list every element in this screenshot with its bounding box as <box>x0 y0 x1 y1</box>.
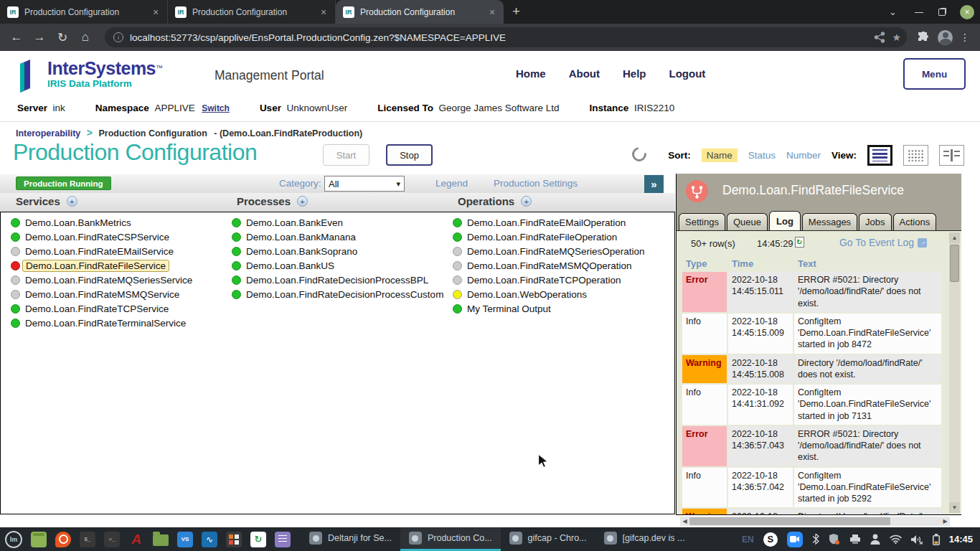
tab-actions[interactable]: Actions <box>893 213 937 230</box>
browser-menu-icon[interactable]: ⋮ <box>957 32 973 43</box>
log-row[interactable]: Info2022-10-18 14:41:31.092ConfigItem 'D… <box>682 385 941 425</box>
forward-icon[interactable]: → <box>30 28 49 47</box>
add-operation-button[interactable]: + <box>521 196 532 207</box>
profile-avatar[interactable] <box>938 30 953 45</box>
horizontal-scrollbar[interactable]: ◀ ▶ <box>680 517 950 526</box>
scroll-down-icon[interactable]: ▼ <box>949 502 960 513</box>
scrollbar-thumb[interactable] <box>689 517 890 525</box>
category-select[interactable]: All ▾ <box>324 176 405 192</box>
nav-help[interactable]: Help <box>623 67 646 80</box>
battery-icon[interactable] <box>933 534 940 545</box>
log-row[interactable]: Warning2022-10-18 14:45:15.008Directory … <box>682 355 941 384</box>
view-split-icon[interactable] <box>939 145 964 166</box>
list-item[interactable]: Demo.Loan.FindRateTCPService <box>11 301 192 316</box>
stop-button[interactable]: Stop <box>386 144 433 166</box>
site-info-icon[interactable]: i <box>113 32 123 42</box>
browser-tab-active[interactable]: IR Production Configuration × <box>336 0 504 24</box>
list-item[interactable]: Demo.Loan.BankUS <box>232 258 443 273</box>
list-item[interactable]: Demo.Loan.FindRateCSPService <box>11 230 192 244</box>
notes-app-icon[interactable] <box>275 532 291 547</box>
folder-icon[interactable] <box>153 534 169 546</box>
browser-tab[interactable]: IR Production Configuration × <box>0 0 168 24</box>
printer-icon[interactable] <box>849 534 861 545</box>
skype-icon[interactable]: S <box>763 532 778 547</box>
new-tab-button[interactable]: + <box>504 4 529 24</box>
launcher-app-icon[interactable] <box>55 532 71 547</box>
language-indicator[interactable]: EN <box>742 534 754 545</box>
list-item[interactable]: Demo.Loan.FindRateMQSeriesOperation <box>453 244 645 258</box>
bookmark-star-icon[interactable]: ★ <box>892 32 901 43</box>
vscode-icon[interactable]: VS <box>177 532 193 547</box>
sort-by-name[interactable]: Name <box>702 149 738 162</box>
scroll-left-icon[interactable]: ◀ <box>680 517 689 526</box>
list-item-selected[interactable]: Demo.Loan.FindRateFileService <box>11 258 192 273</box>
list-item[interactable]: Demo.Loan.BankManana <box>232 230 443 244</box>
list-item[interactable]: Demo.Loan.FindRateTerminalService <box>11 316 192 330</box>
refresh-spinner-icon[interactable] <box>629 144 649 164</box>
start-button[interactable]: Start <box>323 144 369 166</box>
tab-queue[interactable]: Queue <box>727 213 768 230</box>
list-item[interactable]: Demo.Loan.BankEven <box>232 215 443 230</box>
minimize-button[interactable]: — <box>908 0 930 24</box>
nav-logout[interactable]: Logout <box>669 67 706 80</box>
vertical-scrollbar[interactable]: ▲ ▼ <box>949 232 960 513</box>
scroll-right-icon[interactable]: ▶ <box>941 517 950 526</box>
switch-link[interactable]: Switch <box>202 103 230 113</box>
col-text-header[interactable]: Text <box>794 257 941 270</box>
share-icon[interactable] <box>874 32 885 43</box>
col-type-header[interactable]: Type <box>682 257 727 270</box>
terminal-icon[interactable]: >_ <box>104 532 120 547</box>
close-icon[interactable]: × <box>318 6 329 18</box>
log-row[interactable]: Warning2022-10-18 14:36:57.041Directory … <box>682 509 941 515</box>
add-process-button[interactable]: + <box>297 196 308 207</box>
home-icon[interactable]: ⌂ <box>76 28 95 47</box>
view-grid-icon[interactable] <box>903 145 928 166</box>
wifi-icon[interactable] <box>890 534 902 544</box>
user-icon[interactable] <box>870 534 880 545</box>
nav-about[interactable]: About <box>569 67 600 80</box>
close-icon[interactable]: × <box>150 6 161 18</box>
list-item[interactable]: Demo.Loan.FindRateDecisionProcessBPL <box>232 273 443 287</box>
reload-icon[interactable]: ↻ <box>53 28 72 47</box>
scrollbar-thumb[interactable] <box>950 245 959 282</box>
list-item[interactable]: Demo.Loan.FindRateFileOperation <box>453 230 645 244</box>
list-item[interactable]: Demo.Loan.FindRateMSMQService <box>11 287 192 301</box>
tab-jobs[interactable]: Jobs <box>859 213 891 230</box>
list-item[interactable]: Demo.Loan.WebOperations <box>453 287 645 301</box>
tab-settings[interactable]: Settings <box>679 213 725 230</box>
auto-refresh-icon[interactable]: ↻ <box>795 237 804 248</box>
window-button[interactable]: Deltanji for Se... <box>301 527 400 551</box>
go-to-event-log-link[interactable]: Go To Event Log → <box>839 237 927 248</box>
terminal-icon[interactable]: $_ <box>80 532 95 547</box>
zoom-icon[interactable] <box>787 532 803 547</box>
list-item[interactable]: Demo.Loan.FindRateMSMQOperation <box>453 258 645 273</box>
close-icon[interactable]: × <box>486 6 498 18</box>
add-service-button[interactable]: + <box>67 196 77 207</box>
window-button-active[interactable]: Production Co... <box>400 527 501 551</box>
wave-app-icon[interactable]: ∿ <box>202 532 217 547</box>
list-item[interactable]: Demo.Loan.BankMetrics <box>11 215 192 230</box>
close-window-button[interactable]: × <box>960 5 974 19</box>
files-app-icon[interactable] <box>31 532 47 547</box>
clock[interactable]: 14:45 <box>949 534 973 545</box>
calculator-icon[interactable] <box>226 532 242 547</box>
extensions-icon[interactable] <box>917 32 929 44</box>
sort-by-number[interactable]: Number <box>786 150 821 161</box>
log-row[interactable]: Info2022-10-18 14:36:57.042ConfigItem 'D… <box>682 468 941 508</box>
window-button[interactable]: [gifcap.dev is ... <box>595 527 694 551</box>
list-item[interactable]: Demo.Loan.FindRateEMailOperation <box>453 215 645 230</box>
legend-link[interactable]: Legend <box>435 178 468 189</box>
browser-tab[interactable]: IR Production Configuration × <box>168 0 336 24</box>
maximize-button[interactable] <box>931 0 953 24</box>
production-settings-link[interactable]: Production Settings <box>494 178 578 189</box>
window-button[interactable]: gifcap - Chro... <box>501 527 595 551</box>
scroll-up-icon[interactable]: ▲ <box>949 232 960 243</box>
bluetooth-icon[interactable] <box>812 534 819 545</box>
log-row[interactable]: Error2022-10-18 14:36:57.043ERROR #5021:… <box>682 426 941 466</box>
editor-app-icon[interactable]: A <box>128 532 144 547</box>
url-text[interactable]: localhost:52773/csp/applive/EnsPortal.Pr… <box>130 32 867 43</box>
list-item[interactable]: Demo.Loan.FindRateDecisionProcessCustom <box>232 287 443 301</box>
view-list-icon[interactable] <box>867 145 892 166</box>
tab-log[interactable]: Log <box>769 211 801 230</box>
address-bar[interactable]: i localhost:52773/csp/applive/EnsPortal.… <box>105 27 907 47</box>
